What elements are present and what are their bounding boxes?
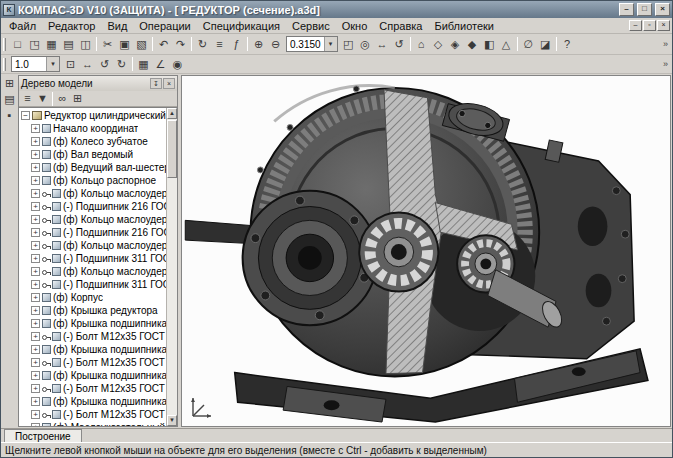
tree-item[interactable]: +(ф) Кольцо маслоудерживающее	[21, 265, 166, 278]
open-button[interactable]: ◳	[26, 36, 43, 53]
save-button[interactable]: ▦	[43, 36, 60, 53]
tree-item[interactable]: +(ф) Крышка подшипника сквозн...	[21, 395, 166, 408]
3d-viewport[interactable]	[181, 75, 671, 427]
print-button[interactable]: ▤	[60, 36, 77, 53]
scroll-up-icon[interactable]: ▲	[167, 108, 177, 119]
shaded-button[interactable]: ◆	[464, 36, 481, 53]
zoom-combo[interactable]: 0.3150▾	[286, 36, 338, 52]
expand-plus-icon[interactable]: +	[31, 384, 40, 393]
redo-button[interactable]: ↷	[172, 36, 189, 53]
minimize-button[interactable]: –	[619, 3, 634, 16]
tab-construction[interactable]: Построение	[4, 429, 82, 442]
tree-item[interactable]: +(-) Подшипник 216 ГОСТ 8338-7...	[21, 226, 166, 239]
maximize-button[interactable]: □	[637, 3, 652, 16]
expand-plus-icon[interactable]: +	[31, 280, 40, 289]
expand-plus-icon[interactable]: +	[31, 215, 40, 224]
section-view-button[interactable]: ◪	[537, 36, 554, 53]
scale-combo[interactable]: 1.0▾	[11, 56, 60, 72]
expand-plus-icon[interactable]: +	[31, 371, 40, 380]
rotate-button[interactable]: ↺	[391, 36, 408, 53]
scrollbar-track[interactable]	[167, 119, 177, 415]
ball-bearing-center[interactable]	[359, 212, 438, 291]
expand-plus-icon[interactable]: +	[31, 137, 40, 146]
expand-plus-icon[interactable]: +	[31, 319, 40, 328]
tree-item[interactable]: +(ф) Крышка подшипника глухая	[21, 317, 166, 330]
tree-item[interactable]: +(ф) Кольцо маслоудерживающее	[21, 187, 166, 200]
move-view-button[interactable]: ↔	[79, 56, 96, 73]
tree-root-item[interactable]: − Редуктор цилиндрический (Тел-0, К	[21, 109, 166, 122]
menu-item[interactable]: Вид	[101, 19, 133, 33]
tree-item[interactable]: +(ф) Вал ведомый	[21, 148, 166, 161]
expand-plus-icon[interactable]: +	[31, 410, 40, 419]
hide-components-button[interactable]: ∅	[520, 36, 537, 53]
scroll-down-icon[interactable]: ▼	[167, 415, 177, 426]
local-cs-button[interactable]: ∠	[152, 56, 169, 73]
tree-item[interactable]: +(-) Болт М12х35 ГОСТ 15589-70	[21, 408, 166, 421]
toolbar-overflow-chevron[interactable]: »	[663, 39, 672, 49]
expand-plus-icon[interactable]: +	[31, 228, 40, 237]
tree-item[interactable]: +Начало координат	[21, 122, 166, 135]
shaded-wireframe-button[interactable]: ◧	[481, 36, 498, 53]
expand-plus-icon[interactable]: +	[31, 241, 40, 250]
zoom-all-button[interactable]: ◎	[357, 36, 374, 53]
zoom-in-button[interactable]: ⊕	[250, 36, 267, 53]
dropdown-arrow-icon[interactable]: ▾	[324, 37, 337, 51]
additional-tree-window-button[interactable]: ⊞	[70, 92, 85, 106]
menu-item[interactable]: Справка	[373, 19, 428, 33]
menu-item[interactable]: Операции	[133, 19, 196, 33]
perspective-button[interactable]: △	[498, 36, 515, 53]
properties-button[interactable]: ≡	[211, 36, 228, 53]
auto-hide-pin-icon[interactable]: ↧	[150, 78, 162, 89]
expand-plus-icon[interactable]: +	[31, 306, 40, 315]
orientation-button[interactable]: ⌂	[413, 36, 430, 53]
rotate-view-button[interactable]: ↺	[96, 56, 113, 73]
tree-item[interactable]: +(ф) Маслоуказательный жезл	[21, 421, 166, 426]
tree-item[interactable]: +(-) Подшипник 311 ГОСТ 8338-7...	[21, 252, 166, 265]
toolbar-grip[interactable]	[3, 58, 6, 71]
grid-button[interactable]: ▦	[135, 56, 152, 73]
tree-item[interactable]: +(ф) Колесо зубчатое	[21, 135, 166, 148]
panel-close-icon[interactable]: ×	[163, 78, 175, 89]
collapse-minus-icon[interactable]: −	[21, 111, 30, 120]
tree-item[interactable]: +(-) Болт М12х35 ГОСТ 15589-70	[21, 382, 166, 395]
scrollbar-thumb[interactable]	[167, 120, 177, 178]
expand-plus-icon[interactable]: +	[31, 423, 40, 426]
cut-button[interactable]: ✂	[99, 36, 116, 53]
tree-item[interactable]: +(ф) Кольцо распорное	[21, 174, 166, 187]
tree-item[interactable]: +(-) Болт М12х35 ГОСТ 15589-70	[21, 330, 166, 343]
expand-plus-icon[interactable]: +	[31, 397, 40, 406]
tree-scrollbar[interactable]: ▲ ▼	[166, 108, 177, 426]
mdi-close-button[interactable]: ×	[657, 20, 670, 31]
tree-composition-button[interactable]: ▼	[35, 92, 50, 106]
close-button[interactable]: ×	[655, 3, 670, 16]
rebuild-button[interactable]: ↻	[194, 36, 211, 53]
tree-item[interactable]: +(ф) Кольцо маслоудерживающее	[21, 239, 166, 252]
tree-item[interactable]: +(-) Болт М12х35 ГОСТ 15589-70	[21, 356, 166, 369]
mdi-restore-button[interactable]: ▫	[643, 20, 656, 31]
expand-plus-icon[interactable]: +	[31, 163, 40, 172]
tree-item[interactable]: +(ф) Ведущий вал-шестерня	[21, 161, 166, 174]
tree-item[interactable]: +(ф) Крышка подшипника глухая	[21, 369, 166, 382]
new-button[interactable]: □	[9, 36, 26, 53]
menu-item[interactable]: Окно	[336, 19, 374, 33]
expand-plus-icon[interactable]: +	[31, 267, 40, 276]
zoom-out-button[interactable]: ⊖	[267, 36, 284, 53]
zoom-by-rect-button[interactable]: ⊡	[62, 56, 79, 73]
menu-item[interactable]: Сервис	[286, 19, 336, 33]
toolbar-overflow-chevron[interactable]: »	[663, 59, 672, 69]
menu-item[interactable]: Спецификация	[197, 19, 286, 33]
hide-panel-button[interactable]: ▪	[2, 108, 17, 123]
expand-plus-icon[interactable]: +	[31, 254, 40, 263]
hidden-lines-button[interactable]: ◈	[447, 36, 464, 53]
expand-plus-icon[interactable]: +	[31, 345, 40, 354]
expand-plus-icon[interactable]: +	[31, 358, 40, 367]
menu-item[interactable]: Редактор	[42, 19, 101, 33]
dropdown-arrow-icon[interactable]: ▾	[46, 57, 59, 71]
tree-item[interactable]: +(-) Подшипник 216 ГОСТ 8338-7...	[21, 200, 166, 213]
menu-item[interactable]: Файл	[3, 19, 42, 33]
bearing-cover-left[interactable]	[243, 191, 377, 325]
reducer-3d-model[interactable]	[182, 76, 670, 426]
refresh-view-button[interactable]: ↻	[113, 56, 130, 73]
expand-plus-icon[interactable]: +	[31, 124, 40, 133]
help-button[interactable]: ?	[559, 36, 576, 53]
